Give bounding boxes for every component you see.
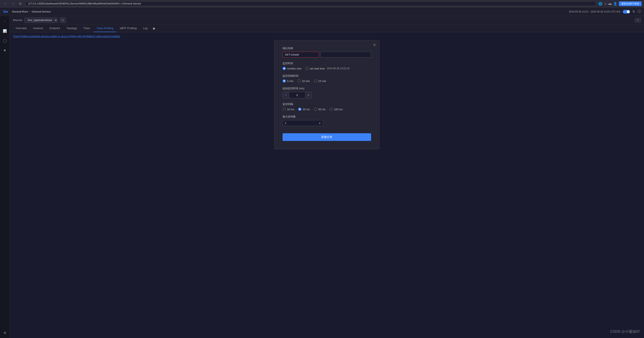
start-monitor-input-group: − + <box>282 92 319 98</box>
tab-topology[interactable]: Topology <box>64 25 80 32</box>
max-sample-select[interactable]: 1 2 5 10 <box>282 120 323 126</box>
radio-10ms-label: 10 ms <box>287 108 294 111</box>
radio-100ms[interactable]: 100 ms <box>330 108 342 111</box>
tab-extra-icon[interactable]: ◼ <box>151 25 157 32</box>
tab-instance[interactable]: Instance <box>30 25 46 32</box>
tab-trace-profiling[interactable]: Trace Profiling <box>94 25 116 32</box>
modal-close-button[interactable]: ✕ <box>373 43 376 47</box>
max-sample-form-group: 最大采样数 1 2 5 10 ▼ <box>282 115 371 126</box>
endpoint-inputs <box>282 52 371 57</box>
duration-radio-group: 5 min 10 min 15 min <box>282 79 371 83</box>
restart-button[interactable]: 重新启动即可更新 <box>619 1 642 6</box>
header-right: 2024-05-26 14:22 ~ 2024-05-26 14:52 UTC+… <box>569 9 641 14</box>
max-sample-select-wrapper: 1 2 5 10 ▼ <box>282 120 323 126</box>
monitor-time-label: 监控时间 <box>282 62 371 65</box>
timestamp-value: 2024-05-26 14:22:18 <box>327 67 349 70</box>
radio-monitor-now-circle <box>282 67 286 70</box>
toolbar-right: V <box>635 18 641 22</box>
endpoint-form-group: 端点名称 <box>282 46 371 57</box>
monitor-time-form-group: 监控时间 monitor now set start time 2024-05-… <box>282 62 371 70</box>
breadcrumb-root[interactable]: General-Root <box>12 10 28 13</box>
submit-button[interactable]: 新建任务 <box>282 133 371 141</box>
radio-20ms-circle <box>298 108 302 111</box>
radio-50ms-circle <box>314 108 317 111</box>
tab-trace[interactable]: Trace <box>81 25 93 32</box>
radio-50ms-label: 50 ms <box>318 108 326 111</box>
radio-15min-label: 15 min <box>318 79 326 83</box>
extension-icon[interactable]: ▬ <box>608 2 612 5</box>
app-logo: Sw <box>3 10 8 13</box>
start-monitor-form-group: 起始监控时间 (ms) − + <box>282 87 371 98</box>
max-sample-label: 最大采样数 <box>282 115 371 118</box>
radio-set-start-time[interactable]: set start time 2024-05-26 14:22:18 <box>306 67 350 70</box>
profile-icon[interactable]: 👤 <box>613 2 617 6</box>
interval-radio-group: 10 ms 20 ms 50 ms 100 ms <box>282 108 371 111</box>
breadcrumb: General-Root > General-Service <box>12 10 51 13</box>
refresh-icon[interactable]: ↻ <box>632 10 635 13</box>
refresh-button[interactable]: ↻ <box>18 1 23 6</box>
sidebar: ▫ 📊 ◯ ■ ⚙ <box>0 16 10 338</box>
sidebar-item-chart[interactable]: 📊 <box>2 28 8 34</box>
duration-form-group: 监控持续时间 5 min 10 min 15 min <box>282 74 371 83</box>
radio-20ms-label: 20 ms <box>302 108 310 111</box>
tab-log[interactable]: Log <box>140 25 150 32</box>
radio-10min-label: 10 min <box>302 79 310 83</box>
browser-actions: 🌐 ☆ ▬ 👤 重新启动即可更新 <box>598 1 642 6</box>
endpoint-input-primary[interactable] <box>282 52 319 57</box>
radio-monitor-now-label: monitor now <box>287 67 302 70</box>
page-body: Trace Profiling supported services writt… <box>10 32 644 152</box>
v-button[interactable]: V <box>635 18 641 22</box>
radio-monitor-now[interactable]: monitor now <box>282 67 302 70</box>
info-link[interactable]: Trace Profiling supported services writt… <box>13 35 120 38</box>
theme-toggle[interactable] <box>623 10 630 13</box>
duration-label: 监控持续时间 <box>282 74 371 78</box>
radio-10ms[interactable]: 10 ms <box>282 108 294 111</box>
decrement-button[interactable]: − <box>282 92 289 98</box>
radio-100ms-circle <box>330 108 333 111</box>
start-monitor-input[interactable] <box>289 92 305 98</box>
app-header: Sw General-Root > General-Service 2024-0… <box>0 7 644 16</box>
monitor-time-radio-group: monitor now set start time 2024-05-26 14… <box>282 67 371 70</box>
sidebar-item-alert[interactable]: ◯ <box>2 37 8 44</box>
topology-button[interactable]: ☷ <box>60 17 66 23</box>
sidebar-item-grid[interactable]: ■ <box>2 47 8 53</box>
tab-endpoint[interactable]: Endpoint <box>47 25 63 32</box>
radio-set-start-time-circle <box>306 67 309 70</box>
browser-chrome: ← → ↻ 🌐 ☆ ▬ 👤 重新启动即可更新 <box>0 0 644 7</box>
radio-15min-circle <box>314 79 317 83</box>
radio-10min-circle <box>298 79 301 83</box>
radio-5min-label: 5 min <box>287 79 294 83</box>
forward-button[interactable]: → <box>10 1 16 6</box>
main-content: $Service Your_ApplicationName ☷ V Overvi… <box>10 16 644 338</box>
nav-tabs: Overview Instance Endpoint Topology Trac… <box>10 25 644 32</box>
breadcrumb-separator: > <box>29 10 30 13</box>
radio-10ms-circle <box>282 108 286 111</box>
start-monitor-label: 起始监控时间 (ms) <box>282 87 371 90</box>
radio-20ms[interactable]: 20 ms <box>298 108 310 111</box>
url-bar[interactable] <box>25 1 596 6</box>
sidebar-item-dashboard[interactable]: ▫ <box>2 18 8 24</box>
interval-label: 监控间隔 <box>282 102 371 106</box>
radio-15min[interactable]: 15 min <box>314 79 326 83</box>
increment-button[interactable]: + <box>305 92 312 98</box>
radio-5min-circle <box>282 79 286 83</box>
radio-100ms-label: 100 ms <box>334 108 342 111</box>
info-icon[interactable]: ⓘ <box>638 9 641 14</box>
modal-container: ✕ 端点名称 监控时间 monitor now <box>274 40 380 149</box>
radio-5min[interactable]: 5 min <box>282 79 294 83</box>
sidebar-item-settings[interactable]: ⚙ <box>2 330 8 336</box>
radio-10min[interactable]: 10 min <box>298 79 310 83</box>
service-label: $Service <box>13 19 22 21</box>
breadcrumb-current: General-Service <box>32 10 51 13</box>
radio-50ms[interactable]: 50 ms <box>314 108 326 111</box>
star-icon[interactable]: ☆ <box>604 2 607 6</box>
service-select[interactable]: Your_ApplicationName <box>24 17 58 23</box>
interval-form-group: 监控间隔 10 ms 20 ms 50 ms <box>282 102 371 111</box>
endpoint-label: 端点名称 <box>282 46 371 50</box>
endpoint-input-secondary[interactable] <box>320 52 371 57</box>
tab-ebpf-profiling[interactable]: eBPF Profiling <box>117 25 140 32</box>
radio-set-start-time-label: set start time <box>310 67 325 70</box>
tab-overview[interactable]: Overview <box>13 25 30 32</box>
translate-icon[interactable]: 🌐 <box>598 2 602 6</box>
back-button[interactable]: ← <box>2 1 8 6</box>
